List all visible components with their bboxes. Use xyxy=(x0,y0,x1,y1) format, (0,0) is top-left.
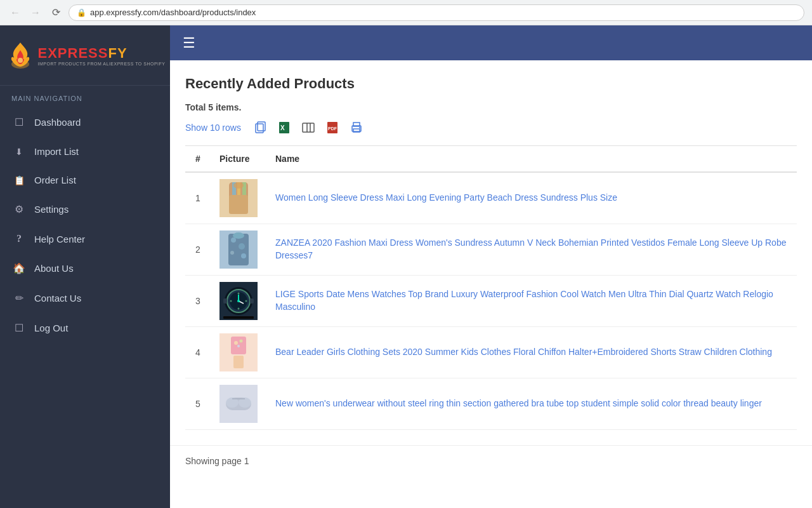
svg-point-38 xyxy=(230,300,232,302)
svg-point-1 xyxy=(18,58,23,63)
row-name-3: LIGE Sports Date Mens Watches Top Brand … xyxy=(266,276,797,327)
help-label: Help Center xyxy=(34,234,85,244)
print-icon-button[interactable] xyxy=(348,119,365,137)
reload-button[interactable]: ⟳ xyxy=(48,5,63,20)
sidebar-item-contact[interactable]: ✏ Contact Us xyxy=(0,283,170,313)
sidebar-item-help[interactable]: ? Help Center xyxy=(0,224,170,253)
sidebar-logo: EXPRESS FY IMPORT PRODUCTS FROM ALIEXPRE… xyxy=(0,25,170,86)
product-link-1[interactable]: Women Long Sleeve Dress Maxi Long Evenin… xyxy=(275,192,617,203)
logo-express: EXPRESS xyxy=(38,45,108,62)
help-icon: ? xyxy=(13,233,25,244)
svg-rect-2 xyxy=(256,124,263,133)
svg-point-47 xyxy=(240,340,243,343)
contact-label: Contact Us xyxy=(34,293,81,304)
logo-tagline: IMPORT PRODUCTS FROM ALIEXPRESS TO SHOPI… xyxy=(38,62,166,66)
svg-point-25 xyxy=(239,243,245,250)
flame-icon xyxy=(5,40,36,70)
nav-label: MAIN NAVIGATION xyxy=(0,86,170,107)
svg-point-21 xyxy=(233,182,244,189)
copy-icon xyxy=(253,121,267,135)
row-img-1 xyxy=(211,172,266,224)
svg-text:PDF: PDF xyxy=(328,126,337,131)
svg-point-35 xyxy=(237,300,240,302)
sidebar-item-dashboard[interactable]: ☐ Dashboard xyxy=(0,107,170,137)
table-row: 2 ZANZEA 2020 Fashion Maxi Dress Women's… xyxy=(185,224,797,276)
total-suffix: items. xyxy=(216,102,241,112)
sidebar-item-about[interactable]: 🏠 About Us xyxy=(0,253,170,283)
excel-icon: X xyxy=(277,121,291,135)
product-link-5[interactable]: New women's underwear without steel ring… xyxy=(275,398,762,408)
browser-chrome: ← → ⟳ 🔒 app.expressfy.com/dashboard/prod… xyxy=(0,0,812,25)
sidebar: EXPRESS FY IMPORT PRODUCTS FROM ALIEXPRE… xyxy=(0,25,170,508)
svg-point-36 xyxy=(238,293,240,295)
pdf-icon: PDF xyxy=(325,121,339,135)
svg-point-46 xyxy=(234,341,238,345)
table-row: 1 Women Long Sleeve Dress Maxi Long Even… xyxy=(185,172,797,224)
product-link-2[interactable]: ZANZEA 2020 Fashion Maxi Dress Women's S… xyxy=(275,237,786,260)
about-label: About Us xyxy=(34,263,74,274)
row-img-3 xyxy=(211,276,266,327)
row-img-4 xyxy=(211,327,266,378)
product-link-4[interactable]: Bear Leader Girls Clothing Sets 2020 Sum… xyxy=(275,347,772,357)
table-row: 3 LIGE Sports Date Mens Watches Top Bran… xyxy=(185,276,797,327)
row-num-3: 3 xyxy=(185,276,211,327)
sidebar-item-order-list[interactable]: 📋 Order List xyxy=(0,166,170,194)
dashboard-icon: ☐ xyxy=(13,116,25,128)
col-header-num: # xyxy=(185,146,211,173)
url-text: app.expressfy.com/dashboard/products/ind… xyxy=(90,8,256,17)
row-name-1: Women Long Sleeve Dress Maxi Long Evenin… xyxy=(266,172,797,224)
row-img-2 xyxy=(211,224,266,276)
row-name-5: New women's underwear without steel ring… xyxy=(266,378,797,430)
hamburger-button[interactable]: ☰ xyxy=(183,35,195,51)
total-items: Total 5 items. xyxy=(185,102,241,112)
order-icon: 📋 xyxy=(13,175,25,185)
logo-text: EXPRESS FY IMPORT PRODUCTS FROM ALIEXPRE… xyxy=(38,45,166,66)
sidebar-item-import-list[interactable]: ⬇ Import List xyxy=(0,137,170,166)
pdf-icon-button[interactable]: PDF xyxy=(324,119,341,137)
import-icon: ⬇ xyxy=(13,147,25,157)
copy-icon-button[interactable] xyxy=(251,119,269,137)
sidebar-item-settings[interactable]: ⚙ Settings xyxy=(0,194,170,224)
svg-rect-41 xyxy=(250,298,254,304)
svg-rect-42 xyxy=(223,316,254,319)
row-name-4: Bear Leader Girls Clothing Sets 2020 Sum… xyxy=(266,327,797,378)
logout-label: Log Out xyxy=(34,323,68,333)
total-count: 5 xyxy=(208,102,213,112)
svg-rect-13 xyxy=(353,129,360,132)
show-rows-link[interactable]: Show 10 rows xyxy=(185,123,241,133)
logo-badge: EXPRESS FY IMPORT PRODUCTS FROM ALIEXPRE… xyxy=(5,40,166,70)
table-row: 4 Bear Leader Girls Clothing Sets 2020 S… xyxy=(185,327,797,378)
table-controls: Show 10 rows xyxy=(185,119,797,137)
svg-point-39 xyxy=(246,300,247,302)
svg-point-28 xyxy=(233,232,244,239)
back-button[interactable]: ← xyxy=(8,5,23,20)
svg-text:X: X xyxy=(280,124,285,131)
content-inner: Recently Added Products Total 5 items. S… xyxy=(170,60,812,445)
table-meta: Total 5 items. xyxy=(185,102,797,112)
order-label: Order List xyxy=(34,175,76,185)
sidebar-nav: ☐ Dashboard ⬇ Import List 📋 Order List ⚙… xyxy=(0,107,170,343)
address-bar[interactable]: 🔒 app.expressfy.com/dashboard/products/i… xyxy=(69,4,804,21)
svg-rect-6 xyxy=(303,123,314,132)
page-info: Showing page 1 xyxy=(170,445,812,476)
svg-point-48 xyxy=(237,345,240,347)
svg-rect-20 xyxy=(229,195,248,214)
total-label: Total xyxy=(185,102,206,112)
dashboard-label: Dashboard xyxy=(34,117,81,128)
app-container: EXPRESS FY IMPORT PRODUCTS FROM ALIEXPRE… xyxy=(0,25,812,508)
sidebar-item-logout[interactable]: ☐ Log Out xyxy=(0,313,170,343)
row-name-2: ZANZEA 2020 Fashion Maxi Dress Women's S… xyxy=(266,224,797,276)
product-link-3[interactable]: LIGE Sports Date Mens Watches Top Brand … xyxy=(275,289,773,312)
svg-point-26 xyxy=(230,251,234,255)
row-num-5: 5 xyxy=(185,378,211,430)
import-label: Import List xyxy=(34,146,79,157)
excel-icon-button[interactable]: X xyxy=(275,119,293,137)
table-row: 5 New women's underwear without steel ri… xyxy=(185,378,797,430)
svg-point-37 xyxy=(238,308,240,310)
svg-rect-45 xyxy=(233,356,244,368)
forward-button[interactable]: → xyxy=(28,5,43,20)
svg-rect-40 xyxy=(223,298,227,304)
col-header-picture: Picture xyxy=(211,146,266,173)
table-icons: X xyxy=(251,119,365,137)
columns-icon-button[interactable] xyxy=(299,119,317,137)
